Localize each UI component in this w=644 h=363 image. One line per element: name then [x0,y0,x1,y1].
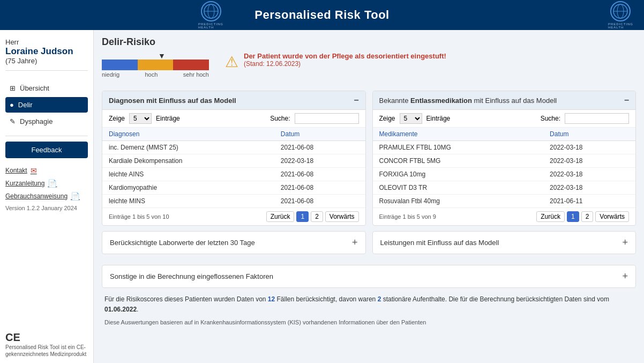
nav-delir-label: Delir [18,101,33,109]
sidebar-item-ubersicht[interactable]: ⊞ Übersicht [5,80,88,96]
diagnosen-title: Diagnosen mit Einfluss auf das Modell [109,97,236,105]
pdf-icon: 📄 [48,179,57,188]
risk-label-high: sehr hoch [183,71,209,78]
risk-label-low: niedrig [102,71,119,78]
sidebar-divider [5,136,88,136]
risk-bar-mid [138,60,174,70]
diagnose-cell: inc. Demenz (MMST 25) [102,141,274,154]
table-row: leichte AINS2021-06-08 [102,168,365,181]
medikamente-pagination: Einträge 1 bis 5 von 9 Zurück 1 2 Vorwär… [373,208,636,225]
gebrauchsanweisung-link[interactable]: Gebrauchsanweisung 📄 [5,192,88,201]
sidebar-item-dysphagie[interactable]: ✎ Dysphagie [5,114,88,129]
risk-section: Delir-Risiko ▼ niedrig hoch sehr ho [102,36,636,83]
diagnosen-page2-btn[interactable]: 2 [311,211,323,222]
medikamente-search[interactable] [565,113,629,124]
sonstige-expand-button[interactable]: + [622,271,628,282]
med-cell: FORXIGA 10mg [373,168,544,181]
risk-bar [102,60,209,70]
risk-bar-container: ▼ niedrig hoch sehr hoch [102,52,209,78]
logo-left: PREDICTINGHEALTH [198,1,223,29]
table-row: inc. Demenz (MMST 25)2021-06-08 [102,141,365,154]
zeige-label: Zeige [109,115,125,122]
diagnosen-panel: Diagnosen mit Einfluss auf das Modell − … [102,91,366,226]
logo-left-text: PREDICTINGHEALTH [198,23,223,29]
table-row: Rosuvalan Ftbl 40mg2021-06-11 [373,195,636,208]
sidebar-item-delir[interactable]: ● Delir [5,97,88,113]
sonstige-panel: Sonstige in die Berechnung eingeflossene… [102,265,636,288]
table-row: OLEOVIT D3 TR2022-03-18 [373,181,636,195]
kurzanleitung-link[interactable]: Kurzanleitung 📄 [5,179,88,188]
warning-icon: ⚠ [225,53,238,71]
datum-cell: 2021-06-08 [274,168,365,181]
gebrauchsanweisung-label: Gebrauchsanweisung [5,192,68,200]
diagnosen-forward-btn[interactable]: Vorwärts [325,211,359,222]
diagnose-cell: Kardiomyopathie [102,181,274,195]
patient-salutation: Herr [5,38,88,46]
med-zeige-select[interactable]: 51025 [400,113,422,124]
med-suche-label: Suche: [541,115,560,122]
zeige-select[interactable]: 51025 [129,113,152,124]
diagnosen-search[interactable] [295,113,359,124]
diagnose-cell: Kardiale Dekompensation [102,154,274,168]
datum-cell: 2022-03-18 [543,168,635,181]
kontakt-link[interactable]: Kontakt ✉ [5,166,88,175]
pdf-icon2: 📄 [71,192,80,201]
kontakt-label: Kontakt [5,167,27,174]
col-medikamente: Medikamente [373,128,544,141]
med-cell: Rosuvalan Ftbl 40mg [373,195,544,208]
circle-icon: ● [10,101,14,109]
med-eintraege-label: Einträge [426,115,451,122]
table-row: Kardiale Dekompensation2022-03-18 [102,154,365,168]
kurzanleitung-label: Kurzanleitung [5,180,44,187]
sidebar: Herr Loraine Judson (75 Jahre) ⊞ Übersic… [0,30,94,363]
diagnosen-table: Diagnosen Datum inc. Demenz (MMST 25)202… [102,128,365,208]
datum-cell: 2022-03-18 [543,141,635,154]
diagnosen-back-btn[interactable]: Zurück [266,211,295,222]
medikamente-toggle-button[interactable]: − [624,95,629,105]
med-page1-btn[interactable]: 1 [567,211,579,222]
main-content: Delir-Risiko ▼ niedrig hoch sehr ho [94,30,644,363]
alert-box: ⚠ Der Patient wurde von der Pflege als d… [225,52,446,71]
diagnosen-page1-btn[interactable]: 1 [296,211,309,222]
med-back-btn[interactable]: Zurück [536,211,565,222]
alert-sub: (Stand: 12.06.2023) [244,60,446,68]
datum-cell: 2022-03-18 [543,154,635,168]
table-row: PRAMULEX FTBL 10MG2022-03-18 [373,141,636,154]
feedback-button[interactable]: Feedback [5,142,88,158]
risk-title: Delir-Risiko [102,36,636,48]
table-row: leichte MINS2021-06-08 [102,195,365,208]
datum-cell: 2021-06-08 [274,141,365,154]
diagnosen-toggle-button[interactable]: − [354,95,358,105]
medikamente-controls: Zeige 51025 Einträge Suche: [373,110,636,128]
pencil-icon: ✎ [10,117,16,125]
med-forward-btn[interactable]: Vorwärts [595,211,629,222]
sonstige-header: Sonstige in die Berechnung eingeflossene… [102,265,635,287]
diagnose-cell: leichte MINS [102,195,274,208]
col-diagnosen: Diagnosen [102,128,274,141]
datum-cell: 2022-03-18 [274,154,365,168]
patient-info: Herr Loraine Judson (75 Jahre) [5,38,88,71]
nav-ubersicht-label: Übersicht [20,84,49,92]
laborwerte-header: Berücksichtigte Laborwerte der letzten 3… [102,232,365,254]
col-datum-m: Datum [543,128,635,141]
leistungen-expand-button[interactable]: + [622,237,628,248]
eintraege-label: Einträge [156,115,180,122]
medikamente-page-info: Einträge 1 bis 5 von 9 [379,213,436,220]
table-row: CONCOR FTBL 5MG2022-03-18 [373,154,636,168]
medikamente-table: Medikamente Datum PRAMULEX FTBL 10MG2022… [373,128,636,208]
leistungen-title: Leistungen mit Einfluss auf das Modell [380,239,499,247]
sonstige-title: Sonstige in die Berechnung eingeflossene… [110,272,273,280]
med-page2-btn[interactable]: 2 [581,211,594,222]
panels-row: Diagnosen mit Einfluss auf das Modell − … [102,91,636,226]
laborwerte-expand-button[interactable]: + [352,237,358,248]
table-row: FORXIGA 10mg2022-03-18 [373,168,636,181]
medikamente-panel: Bekannte Entlassmedikation mit Einfluss … [372,91,636,226]
laborwerte-panel: Berücksichtigte Laborwerte der letzten 3… [102,231,366,254]
med-cell: CONCOR FTBL 5MG [373,154,544,168]
table-row: Kardiomyopathie2021-06-08 [102,181,365,195]
col-datum-d: Datum [274,128,365,141]
alert-main: Der Patient wurde von der Pflege als des… [244,52,446,60]
patient-age: (75 Jahre) [5,57,88,65]
app-title: Personalised Risk Tool [254,8,389,22]
risk-arrow: ▼ [158,52,166,60]
